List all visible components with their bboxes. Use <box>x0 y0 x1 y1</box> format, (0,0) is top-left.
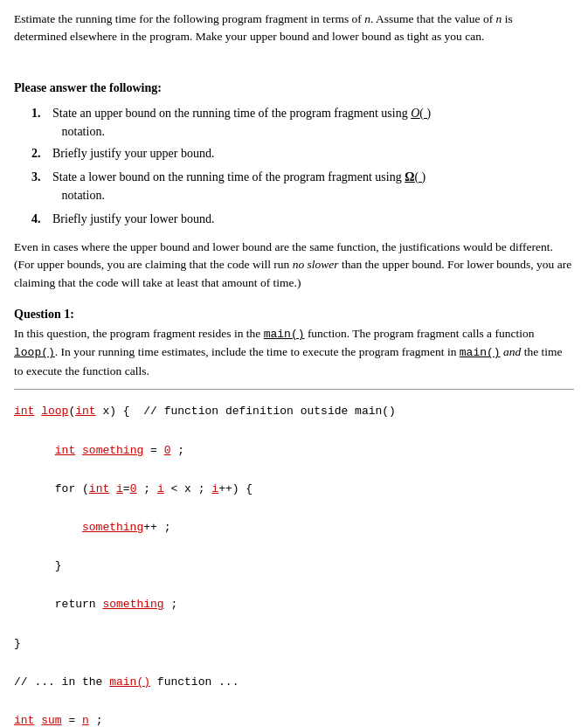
item-1-num: 1. <box>31 104 52 141</box>
item-4-text: Briefly justify your lower bound. <box>52 210 214 228</box>
intro-text-1: Estimate the running time for the follow… <box>14 12 513 25</box>
intro-text-2: determined elsewhere in the program. Mak… <box>14 30 484 43</box>
intro-paragraph: Estimate the running time for the follow… <box>14 10 574 46</box>
list-item-3: 3. State a lower bound on the running ti… <box>31 168 574 204</box>
code-line-blank-4 <box>14 537 574 557</box>
code-line-3: for (int i=0 ; i < x ; i++) { <box>14 480 574 499</box>
item-2-text: Briefly justify your upper bound. <box>52 144 214 163</box>
o-notation: O( ) <box>411 107 431 120</box>
code-line-4: something++ ; <box>14 518 574 537</box>
list-item-1: 1. State an upper bound on the running t… <box>31 104 574 141</box>
code-line-blank-8 <box>14 692 574 711</box>
code-line-6: return something ; <box>14 595 574 614</box>
list-item-4: 4. Briefly justify your lower bound. <box>31 210 574 228</box>
code-line-1: int loop(int x) { // function definition… <box>14 402 574 421</box>
even-in-cases-paragraph: Even in cases where the upper bound and … <box>14 239 574 294</box>
main-func-ref-1: main() <box>264 328 305 341</box>
code-line-blank-1 <box>14 422 574 441</box>
code-line-7: } <box>14 634 574 654</box>
omega-notation: Ω( ) <box>405 170 425 183</box>
please-answer-heading: Please answer the following: <box>14 79 574 97</box>
main-func-ref-2: main() <box>460 346 501 359</box>
question1-label: Question 1: <box>14 305 574 323</box>
code-line-blank-2 <box>14 460 574 480</box>
code-line-blank-5 <box>14 576 574 595</box>
loop-func-ref: loop() <box>14 346 55 359</box>
code-line-blank-6 <box>14 615 574 634</box>
code-line-9: int sum = n ; <box>14 711 574 727</box>
code-divider <box>14 389 574 390</box>
item-3-num: 3. <box>31 168 52 204</box>
code-line-2: int something = 0 ; <box>14 441 574 460</box>
item-2-num: 2. <box>31 144 52 163</box>
item-4-num: 4. <box>31 210 52 228</box>
item-1-text: State an upper bound on the running time… <box>52 104 431 141</box>
item-3-text: State a lower bound on the running time … <box>52 168 425 204</box>
code-line-blank-7 <box>14 654 574 673</box>
question1-text: In this question, the program fragment r… <box>14 325 574 380</box>
answer-list: 1. State an upper bound on the running t… <box>31 104 574 228</box>
code-line-8: // ... in the main() function ... <box>14 673 574 692</box>
list-item-2: 2. Briefly justify your upper bound. <box>31 144 574 163</box>
code-line-5: } <box>14 557 574 576</box>
code-block: int loop(int x) { // function definition… <box>14 398 574 727</box>
please-answer-section: Please answer the following: 1. State an… <box>14 79 574 228</box>
code-line-blank-3 <box>14 499 574 518</box>
